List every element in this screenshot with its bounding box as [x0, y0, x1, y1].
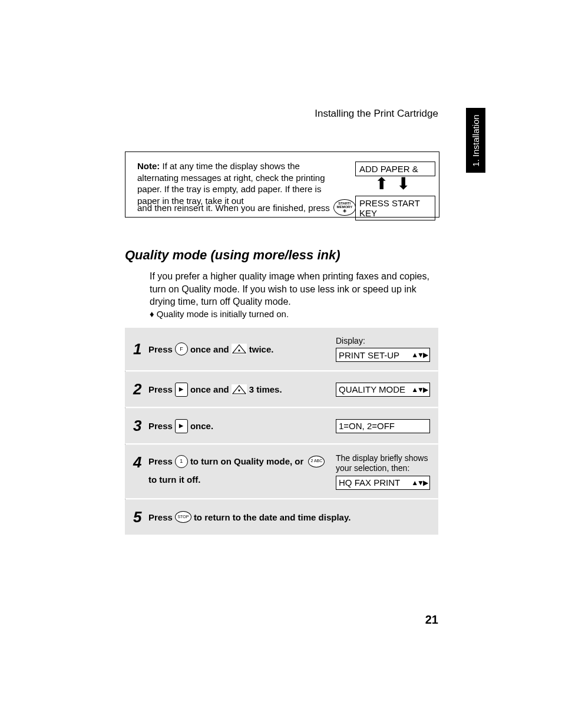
- note-line2: and then reinsert it. When you are finis…: [137, 199, 362, 216]
- step-row: 4 Press 1 to turn on Quality mode, or 2 …: [125, 445, 438, 498]
- start-memory-key-icon: START/ MEMORY ◈: [333, 199, 356, 216]
- text: once.: [190, 418, 213, 434]
- chapter-tab-label: 1. Installation: [471, 114, 481, 166]
- nav-arrows-icon: ▲▼▶: [411, 351, 427, 359]
- step-number: 4: [133, 453, 148, 472]
- steps-panel: 1 Press F once and ▲ twice. Display: PRI…: [125, 328, 438, 535]
- text: Press: [148, 341, 173, 357]
- page-number: 21: [425, 613, 438, 627]
- text: 3 times.: [249, 381, 282, 397]
- step-instruction: Press STOP to return to the date and tim…: [148, 509, 430, 525]
- note-line2a: and then reinsert it. When you are finis…: [137, 203, 330, 213]
- lcd-readout: PRINT SET-UP ▲▼▶: [336, 348, 430, 362]
- display-column: The display briefly shows your selection…: [336, 453, 430, 490]
- display-column: Display: PRINT SET-UP ▲▼▶: [336, 336, 430, 362]
- step-instruction: Press 1 to turn on Quality mode, or 2 AB…: [148, 453, 336, 487]
- stop-key-icon: STOP: [175, 511, 191, 523]
- lcd-readout: HQ FAX PRINT ▲▼▶: [336, 476, 430, 490]
- text: to turn on Quality mode, or: [190, 453, 304, 469]
- text: twice.: [249, 341, 274, 357]
- text: to turn it off.: [148, 472, 200, 487]
- step-row: 3 Press ▶ once. 1=ON, 2=OFF: [125, 409, 438, 443]
- running-head: Installing the Print Cartridge: [315, 108, 438, 120]
- right-arrow-key-icon: ▶: [175, 383, 188, 397]
- section-heading: Quality mode (using more/less ink): [125, 248, 340, 263]
- display-hint: The display briefly shows your selection…: [336, 453, 430, 473]
- lcd-text: HQ FAX PRINT: [339, 477, 400, 487]
- diamond-icon: ◈: [343, 209, 346, 213]
- step-number: 1: [133, 340, 148, 358]
- text: once and: [190, 341, 229, 357]
- display-column: 1=ON, 2=OFF: [336, 419, 430, 433]
- step-number: 2: [133, 380, 148, 398]
- display-column: QUALITY MODE ▲▼▶: [336, 383, 430, 397]
- lcd-text: 1=ON, 2=OFF: [339, 421, 395, 431]
- triangle-key-icon: ▼: [232, 384, 247, 395]
- triangle-key-icon: ▲: [232, 344, 247, 354]
- lcd-readout: QUALITY MODE ▲▼▶: [336, 383, 430, 397]
- svg-text:▼: ▼: [237, 388, 241, 393]
- step-row: 5 Press STOP to return to the date and t…: [125, 500, 438, 535]
- step-number: 5: [133, 508, 148, 526]
- one-key-icon: 1: [175, 455, 188, 468]
- manual-page: Installing the Print Cartridge 1. Instal…: [0, 0, 562, 728]
- lcd-readout: 1=ON, 2=OFF: [336, 419, 430, 433]
- right-arrow-key-icon: ▶: [175, 419, 188, 433]
- text: Press: [148, 381, 173, 397]
- display-label: Display:: [336, 336, 430, 345]
- nav-arrows-icon: ▲▼▶: [411, 386, 427, 394]
- chapter-tab: 1. Installation: [466, 108, 485, 173]
- lcd-text: QUALITY MODE: [339, 384, 405, 394]
- display-press-start: PRESS START KEY: [355, 196, 435, 220]
- step-number: 3: [133, 417, 148, 435]
- step-instruction: Press ▶ once and ▼ 3 times.: [148, 381, 336, 397]
- note-box: Note: If at any time the display shows t…: [125, 151, 439, 218]
- step-row: 2 Press ▶ once and ▼ 3 times. QUALITY MO…: [125, 372, 438, 407]
- lcd-text: PRINT SET-UP: [339, 350, 399, 360]
- alternating-arrows-icon: ⬆︎⬇︎: [367, 176, 426, 192]
- svg-text:▲: ▲: [237, 348, 241, 352]
- note-label: Note:: [137, 161, 160, 171]
- step-row: 1 Press F once and ▲ twice. Display: PRI…: [125, 328, 438, 370]
- nav-arrows-icon: ▲▼▶: [411, 479, 427, 487]
- text: to return to the date and time display.: [194, 509, 351, 525]
- section-bullet: ♦ Quality mode is initially turned on.: [150, 309, 289, 319]
- step-instruction: Press ▶ once.: [148, 418, 336, 434]
- text: Press: [148, 509, 173, 525]
- f-key-icon: F: [175, 342, 188, 355]
- step-instruction: Press F once and ▲ twice.: [148, 341, 336, 357]
- section-intro: If you prefer a higher quality image whe…: [150, 270, 438, 308]
- text: Press: [148, 418, 173, 434]
- text: once and: [190, 381, 229, 397]
- two-key-icon: 2 ABC: [308, 456, 325, 467]
- text: Press: [148, 453, 173, 469]
